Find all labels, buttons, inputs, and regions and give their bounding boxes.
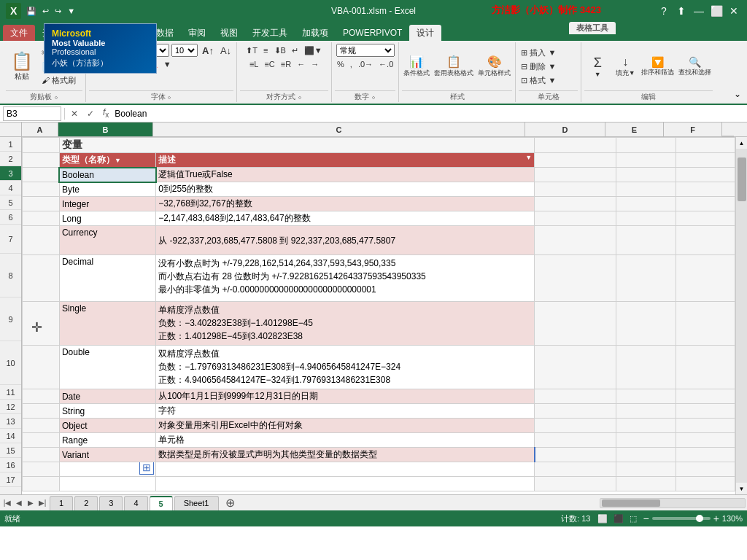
row-num-10[interactable]: 10 [0, 341, 21, 385]
cell-a7[interactable] [23, 226, 60, 255]
cell-e12[interactable] [616, 404, 676, 419]
insert-function-icon[interactable]: fx [100, 107, 112, 119]
font-color-picker[interactable]: ▼ [161, 58, 174, 71]
row-num-5[interactable]: 5 [0, 195, 21, 210]
scroll-up-btn[interactable]: ▲ [736, 137, 748, 149]
align-left-btn[interactable]: ≡L [247, 58, 261, 71]
vertical-scrollbar[interactable]: ▲ ▼ [735, 137, 747, 494]
close-btn[interactable]: ✕ [727, 4, 741, 18]
tab-powerpivot[interactable]: POWERPIVOT [336, 25, 409, 41]
cell-b9[interactable]: Single [59, 302, 155, 346]
cell-e8[interactable] [616, 255, 676, 302]
align-top-btn[interactable]: ⬆T [244, 44, 260, 57]
cell-d9[interactable] [535, 302, 616, 346]
cell-f9[interactable] [676, 302, 735, 346]
cell-b2[interactable]: 类型（名称）▼ [59, 153, 155, 168]
cell-e9[interactable] [616, 302, 676, 346]
cell-reference-box[interactable] [3, 106, 61, 121]
undo-quick-btn[interactable]: ↩ [40, 5, 51, 18]
cell-a8[interactable] [23, 255, 60, 302]
formula-input[interactable] [115, 106, 744, 121]
cell-d14[interactable] [535, 433, 616, 448]
cell-a5[interactable] [23, 197, 60, 211]
cell-e5[interactable] [616, 197, 676, 211]
cell-c2[interactable]: 描述 ▼ [156, 153, 535, 168]
cell-a16[interactable] [23, 462, 60, 477]
sheet-tab-5[interactable]: 5 [150, 496, 173, 510]
row-num-3[interactable]: 3 [0, 166, 21, 181]
align-bottom-btn[interactable]: ⬇B [272, 44, 288, 57]
scroll-down-btn[interactable]: ▼ [736, 483, 748, 494]
cell-b13[interactable]: Object [59, 419, 155, 433]
cell-b14[interactable]: Range [59, 433, 155, 448]
row-num-9[interactable]: 9 [0, 298, 21, 341]
cell-e7[interactable] [616, 226, 676, 255]
ribbon-expand-btn[interactable]: ⌄ [731, 89, 744, 99]
sheet-tab-4[interactable]: 4 [124, 496, 147, 510]
sheet-tab-sheet1[interactable]: Sheet1 [174, 496, 219, 510]
cell-d15[interactable] [535, 448, 616, 462]
cell-f11[interactable] [676, 389, 735, 404]
conditional-format-btn[interactable]: 📊 条件格式 [402, 45, 431, 88]
cell-e10[interactable] [616, 346, 676, 389]
zoom-out-btn[interactable]: − [643, 513, 649, 524]
confirm-formula-icon[interactable]: ✓ [84, 109, 97, 119]
cell-c17[interactable] [156, 477, 535, 491]
col-header-f[interactable]: F [664, 122, 722, 136]
delete-btn[interactable]: ⊟ 删除 ▼ [519, 60, 558, 73]
help-btn[interactable]: ? [657, 4, 671, 18]
cell-e2[interactable] [616, 153, 676, 168]
save-quick-btn[interactable]: 💾 [24, 5, 39, 18]
decrease-indent-btn[interactable]: ← [295, 58, 307, 71]
minimize-btn[interactable]: — [692, 4, 706, 18]
row-num-16[interactable]: 16 [0, 458, 21, 472]
more-quick-btn[interactable]: ▼ [65, 5, 77, 17]
cell-d13[interactable] [535, 419, 616, 433]
cell-f2[interactable] [676, 153, 735, 168]
cell-a14[interactable] [23, 433, 60, 448]
cell-c15[interactable]: 数据类型是所有没被显式声明为其他类型变量的数据类型 [156, 448, 535, 462]
row-num-15[interactable]: 15 [0, 443, 21, 458]
tab-developer[interactable]: 开发工具 [245, 25, 295, 41]
sheet-nav-first[interactable]: |◀ [1, 497, 13, 509]
cell-b6[interactable]: Long [59, 211, 155, 226]
cell-d17[interactable] [535, 477, 616, 491]
cell-c8[interactable]: 没有小数点时为 +/-79,228,162,514,264,337,593,54… [156, 255, 535, 302]
add-sheet-btn[interactable]: ⊕ [223, 496, 238, 510]
table-format-btn[interactable]: 📋 套用表格格式 [433, 45, 475, 88]
cell-b10[interactable]: Double [59, 346, 155, 389]
col-header-d[interactable]: D [525, 122, 605, 136]
cancel-formula-icon[interactable]: ✕ [68, 109, 81, 119]
row-num-4[interactable]: 4 [0, 181, 21, 195]
cell-b16[interactable]: ⊞ [59, 462, 155, 477]
cell-e14[interactable] [616, 433, 676, 448]
col-header-e[interactable]: E [605, 122, 664, 136]
cell-e16[interactable] [616, 462, 676, 477]
maximize-btn[interactable]: ⬜ [709, 4, 724, 18]
cell-d11[interactable] [535, 389, 616, 404]
page-break-btn[interactable]: ⬚ [630, 514, 637, 524]
cell-c16[interactable] [156, 462, 535, 477]
cell-f12[interactable] [676, 404, 735, 419]
cell-f10[interactable] [676, 346, 735, 389]
sheet-tab-3[interactable]: 3 [99, 496, 123, 510]
cell-a10[interactable] [23, 346, 60, 389]
cell-f13[interactable] [676, 419, 735, 433]
insert-btn[interactable]: ⊞ 插入 ▼ [519, 46, 558, 59]
cell-a1[interactable] [23, 138, 60, 153]
row-num-12[interactable]: 12 [0, 400, 21, 414]
page-layout-btn[interactable]: ⬛ [614, 514, 624, 524]
comma-btn[interactable]: , [348, 58, 355, 71]
cell-a17[interactable] [23, 477, 60, 491]
cell-f3[interactable] [676, 168, 735, 182]
format-painter-btn[interactable]: 🖌 格式刷 [39, 74, 82, 87]
cell-d7[interactable] [535, 226, 616, 255]
cell-f4[interactable] [676, 182, 735, 197]
redo-quick-btn[interactable]: ↪ [53, 5, 63, 18]
cell-c4[interactable]: 0到255的整数 [156, 182, 535, 197]
cell-d4[interactable] [535, 182, 616, 197]
cell-b4[interactable]: Byte [59, 182, 155, 197]
cell-f15[interactable] [676, 448, 735, 462]
wrap-text-btn[interactable]: ↵ [290, 44, 301, 57]
cell-f5[interactable] [676, 197, 735, 211]
